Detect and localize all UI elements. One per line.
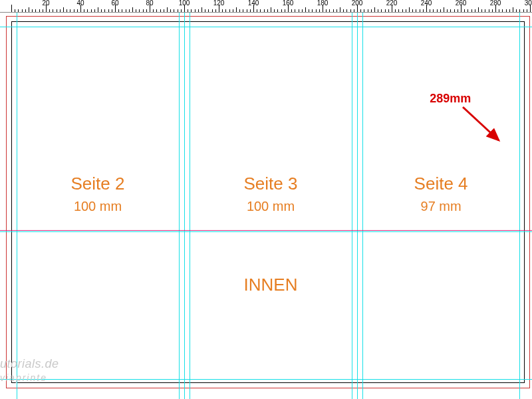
ruler-tick-label: 200 xyxy=(352,0,363,7)
ruler-tick-label: 140 xyxy=(248,0,259,7)
ruler-tick-label: 100 xyxy=(179,0,190,7)
watermark: utorials.de viaprinte xyxy=(0,358,59,384)
watermark-line1: utorials.de xyxy=(0,357,59,370)
annotation-arrow-icon xyxy=(458,102,511,155)
ruler-tick-label: 80 xyxy=(146,0,153,7)
panel-2-width: 100 mm xyxy=(247,199,295,214)
svg-line-0 xyxy=(463,107,499,140)
ruler-tick-label: 60 xyxy=(111,0,118,7)
panel-1-title: Seite 2 xyxy=(71,174,125,194)
panel-3-title: Seite 4 xyxy=(414,174,468,194)
document-canvas[interactable]: Seite 2 100 mm Seite 3 100 mm Seite 4 97… xyxy=(0,12,532,399)
ruler-tick-label: 40 xyxy=(76,0,84,7)
ruler-tick-label: 300 xyxy=(525,0,532,7)
ruler-tick-label: 240 xyxy=(421,0,432,7)
ruler-tick-label: 260 xyxy=(456,0,467,7)
ruler-tick-label: 20 xyxy=(42,0,49,7)
panel-1-width: 100 mm xyxy=(74,199,122,214)
inner-label: INNEN xyxy=(244,275,298,295)
panel-2-title: Seite 3 xyxy=(244,174,298,194)
ruler-tick-label: 160 xyxy=(283,0,294,7)
ruler-tick-label: 280 xyxy=(490,0,501,7)
ruler-tick-label: 220 xyxy=(386,0,398,7)
watermark-line2: viaprinte xyxy=(0,372,47,383)
ruler-tick-label: 120 xyxy=(213,0,225,7)
panel-3-width: 97 mm xyxy=(421,199,462,214)
ruler-tick-label: 180 xyxy=(317,0,329,7)
horizontal-ruler[interactable]: 2040608010012014016018020022024026028030… xyxy=(0,0,532,13)
